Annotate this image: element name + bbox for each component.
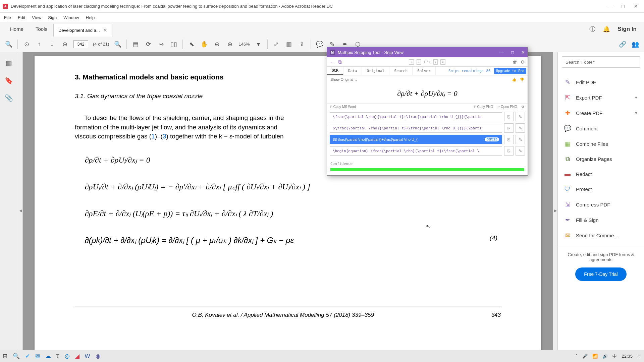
menu-sign[interactable]: Sign xyxy=(48,15,57,20)
maximize-button[interactable]: □ xyxy=(622,4,625,9)
tray-mic-icon[interactable]: 🎤 xyxy=(582,354,588,359)
start-button-icon[interactable]: ⊞ xyxy=(3,353,7,360)
mathpix-tab-data[interactable]: Data xyxy=(343,67,362,75)
tool-item-fill-sign[interactable]: ✒Fill & Sign xyxy=(558,212,644,228)
close-button[interactable]: ✕ xyxy=(634,4,638,9)
hand-tool-icon[interactable]: ✋ xyxy=(200,41,208,48)
mathpix-snip-icon[interactable]: ⧉ xyxy=(338,59,342,65)
tray-volume-icon[interactable]: 🔊 xyxy=(602,354,608,359)
taskbar-onedrive-icon[interactable]: ☁ xyxy=(45,353,51,360)
mathpix-copy-icon[interactable]: ⎘ xyxy=(504,146,514,156)
tool-item-compress-pdf[interactable]: ⇲Compress PDF xyxy=(558,197,644,212)
mathpix-maximize-button[interactable]: □ xyxy=(511,50,514,55)
mathpix-show-original-toggle[interactable]: Show Original ⌄ xyxy=(330,77,358,82)
free-trial-button[interactable]: Free 7-Day Trial xyxy=(575,267,626,281)
mathpix-edit-icon[interactable]: ✎ xyxy=(516,146,525,156)
ref-link-3[interactable]: 3 xyxy=(163,133,166,140)
tray-chevron-icon[interactable]: ˄ xyxy=(575,354,578,359)
mathpix-delete-icon[interactable]: 🗑 xyxy=(513,59,517,65)
show-prev-page-icon[interactable]: ⊙ xyxy=(22,41,31,48)
thumbnails-icon[interactable]: ▦ xyxy=(6,59,12,67)
two-page-icon[interactable]: ▯▯ xyxy=(170,41,178,48)
zoom-level-label[interactable]: 146% xyxy=(238,42,250,47)
comment-tool-icon[interactable]: 💬 xyxy=(316,41,324,48)
tool-item-comment[interactable]: 💬Comment xyxy=(558,121,644,136)
right-collapse-handle[interactable]: ▶ xyxy=(553,52,557,362)
fit-page-icon[interactable]: ⤢ xyxy=(272,41,280,48)
mathpix-tab-search[interactable]: Search xyxy=(389,67,413,75)
mathpix-copy-icon[interactable]: ⎘ xyxy=(504,135,514,144)
zoom-out-icon[interactable]: ⊖ xyxy=(213,41,221,48)
mathpix-edit-icon[interactable]: ✎ xyxy=(516,112,525,121)
tray-notifications-icon[interactable]: ▭ xyxy=(637,354,641,359)
menu-help[interactable]: Help xyxy=(86,15,95,20)
taskbar-word-icon[interactable]: W xyxy=(85,353,90,360)
link-tool-icon[interactable]: 🔗 xyxy=(619,41,627,48)
mathpix-next-page[interactable]: › xyxy=(433,59,438,65)
menu-view[interactable]: View xyxy=(32,15,41,20)
help-icon[interactable]: ⓘ xyxy=(589,25,595,33)
mathpix-edit-icon[interactable]: ✎ xyxy=(516,135,525,144)
taskbar-mail-icon[interactable]: ✉ xyxy=(35,353,40,360)
mathpix-tab-ocr[interactable]: OCR xyxy=(327,67,343,75)
page-up-icon[interactable]: ↑ xyxy=(35,41,43,48)
mathpix-titlebar[interactable]: M Mathpix Snipping Tool - Snip View — □ … xyxy=(327,47,528,57)
mathpix-upgrade-button[interactable]: Upgrade to Pro xyxy=(494,68,526,74)
select-icon[interactable]: ⬉ xyxy=(187,41,196,48)
mathpix-first-page[interactable]: « xyxy=(409,59,414,65)
mathpix-copy-icon[interactable]: ⎘ xyxy=(504,112,514,121)
mathpix-minimize-button[interactable]: — xyxy=(499,50,504,55)
zoom-find-icon[interactable]: 🔍 xyxy=(114,41,122,48)
tool-item-organize-pages[interactable]: ⧉Organize Pages xyxy=(558,152,644,167)
mathpix-close-button[interactable]: ✕ xyxy=(521,50,525,55)
notifications-icon[interactable]: 🔔 xyxy=(603,25,610,33)
tool-item-create-pdf[interactable]: ✚Create PDF▼ xyxy=(558,105,644,121)
find-icon[interactable]: 🔍 xyxy=(5,41,13,48)
show-next-page-icon[interactable]: ⊖ xyxy=(61,41,69,48)
mathpix-thumbs-up-icon[interactable]: 👍 xyxy=(512,77,517,81)
tray-clock[interactable]: 22:35 xyxy=(622,354,633,359)
mathpix-tab-solver[interactable]: Solver xyxy=(413,67,436,75)
taskbar-edge-icon[interactable]: ◎ xyxy=(65,353,70,360)
menu-file[interactable]: File xyxy=(4,15,11,20)
minimize-button[interactable]: — xyxy=(608,4,612,9)
taskbar-app-t-icon[interactable]: T xyxy=(56,354,59,359)
bookmarks-icon[interactable]: 🔖 xyxy=(5,76,13,84)
people-tool-icon[interactable]: 👥 xyxy=(631,41,639,48)
mathpix-copy-png-button[interactable]: ⎘ Copy PNG xyxy=(474,105,493,109)
tool-item-protect[interactable]: 🛡Protect xyxy=(558,182,644,197)
fit-width-icon[interactable]: ⇿ xyxy=(157,41,165,48)
taskbar-acrobat-icon[interactable]: ◢ xyxy=(75,353,79,360)
tool-item-export-pdf[interactable]: ⇱Export PDF▼ xyxy=(558,90,644,105)
mathpix-result-code[interactable]: $\frac{\partial \rho}{\partial t}+\frac{… xyxy=(330,124,502,133)
mathpix-result-code[interactable]: \frac{\partial \rho}{\partial t}+\frac{\… xyxy=(330,112,502,121)
taskbar-todo-icon[interactable]: ✔ xyxy=(25,353,30,360)
rotate-icon[interactable]: ⟳ xyxy=(144,41,152,48)
tool-item-send-for-comme-[interactable]: ✉Send for Comme... xyxy=(558,228,644,243)
tab-tools[interactable]: Tools xyxy=(30,22,53,36)
mathpix-thumbs-down-icon[interactable]: 👎 xyxy=(520,77,524,81)
tab-document[interactable]: Development and a... ✕ xyxy=(53,24,112,37)
tool-item-edit-pdf[interactable]: ✎Edit PDF xyxy=(558,74,644,90)
menu-edit[interactable]: Edit xyxy=(18,15,25,20)
tab-document-close-icon[interactable]: ✕ xyxy=(103,27,107,33)
mathpix-tab-original[interactable]: Original xyxy=(362,67,389,75)
mathpix-result-code[interactable]: \begin{equation} \frac{\partial \rho}{\p… xyxy=(330,146,502,156)
tray-ime-label[interactable]: 中 xyxy=(612,353,617,359)
mathpix-settings-icon[interactable]: ⚙ xyxy=(521,59,525,65)
mathpix-last-page[interactable]: » xyxy=(440,59,445,65)
mathpix-result-code[interactable]: $$ \frac{\partial \rho}{\partial t}+\fra… xyxy=(330,135,502,144)
page-down-icon[interactable]: ↓ xyxy=(48,41,56,48)
menu-window[interactable]: Window xyxy=(63,15,79,20)
page-view-icon[interactable]: ▤ xyxy=(131,41,140,48)
taskbar-teams-icon[interactable]: ◉ xyxy=(96,353,101,360)
sign-in-button[interactable]: Sign In xyxy=(618,26,637,33)
tool-item-redact[interactable]: ▬Redact xyxy=(558,167,644,182)
attachments-icon[interactable]: 📎 xyxy=(5,94,13,102)
mathpix-edit-icon[interactable]: ✎ xyxy=(516,123,525,133)
share-icon[interactable]: ⇪ xyxy=(298,41,306,48)
zoom-in-icon[interactable]: ⊕ xyxy=(226,41,234,48)
tab-home[interactable]: Home xyxy=(4,22,30,36)
mathpix-prev-page[interactable]: ‹ xyxy=(417,59,421,65)
page-number-input[interactable] xyxy=(73,40,88,48)
